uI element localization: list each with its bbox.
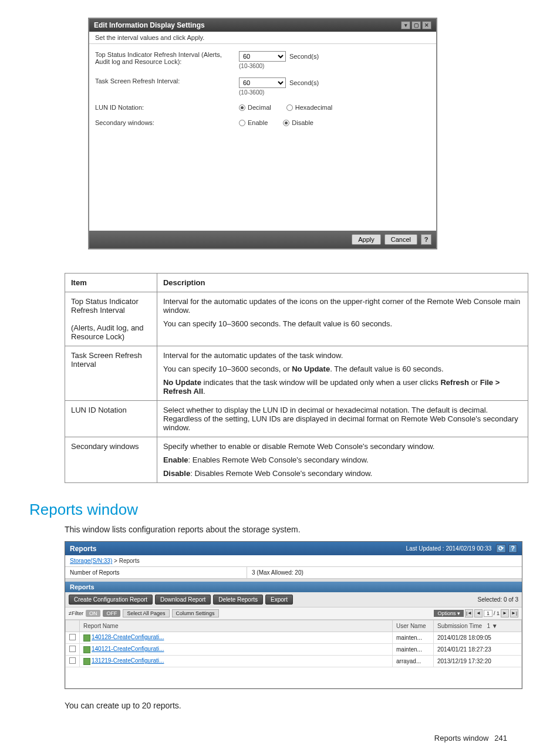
col-user-name[interactable]: User Name	[393, 620, 434, 632]
table-row[interactable]: 140121-CreateConfigurati... mainten... 2…	[66, 644, 522, 656]
settings-description-table: Item Description Top Status Indicator Re…	[65, 273, 528, 483]
report-icon	[83, 634, 90, 642]
help-icon[interactable]: ?	[508, 544, 517, 553]
edit-settings-dialog: Edit Information Display Settings ▾ ▢ ✕ …	[88, 18, 437, 249]
download-report-button[interactable]: Download Report	[155, 595, 211, 605]
cancel-button[interactable]: Cancel	[384, 234, 417, 245]
range-hint: (10-3600)	[239, 89, 319, 96]
table-row[interactable]: 131219-CreateConfigurati... arrayad... 2…	[66, 656, 522, 667]
table-row: Task Screen Refresh Interval Interval fo…	[65, 346, 528, 401]
num-reports-value: 3 (Max Allowed: 20)	[247, 567, 308, 578]
unit-label: Second(s)	[289, 53, 319, 60]
restore-icon[interactable]: ▢	[411, 21, 421, 29]
reports-titlebar: Reports Last Updated : 2014/02/19 00:33 …	[65, 542, 522, 555]
select-all-pages-button[interactable]: Select All Pages	[123, 609, 169, 617]
filter-off-button[interactable]: OFF	[103, 610, 120, 617]
section-heading-reports: Reports window	[29, 501, 531, 519]
delete-reports-button[interactable]: Delete Reports	[213, 595, 263, 605]
create-report-button[interactable]: Create Configuration Report	[69, 595, 153, 605]
page-footer: Reports window 241	[29, 734, 531, 742]
radio-disable[interactable]: Disable	[283, 119, 313, 126]
first-page-icon[interactable]: |◄	[465, 609, 473, 617]
report-link[interactable]: 131219-CreateConfigurati...	[92, 657, 164, 664]
breadcrumb: Storage(S/N:33) > Reports	[65, 555, 522, 567]
dialog-title: Edit Information Display Settings	[94, 21, 205, 29]
report-icon	[83, 646, 90, 653]
top-status-interval-select[interactable]: 60	[239, 51, 286, 62]
reports-tab[interactable]: Reports	[65, 582, 522, 592]
radio-icon	[283, 120, 289, 126]
unit-label: Second(s)	[289, 79, 319, 86]
column-settings-button[interactable]: Column Settings	[172, 609, 219, 617]
reports-toolbar: Create Configuration Report Download Rep…	[65, 592, 522, 607]
reports-note: You can create up to 20 reports.	[65, 701, 531, 710]
filter-on-button[interactable]: ON	[86, 610, 101, 617]
dialog-footer: Apply Cancel ?	[89, 231, 436, 248]
prev-page-icon[interactable]: ◄	[474, 609, 483, 617]
apply-button[interactable]: Apply	[352, 234, 381, 245]
range-hint: (10-3600)	[239, 63, 319, 69]
table-row[interactable]: 140128-CreateConfigurati... mainten... 2…	[66, 632, 522, 644]
page-number: 241	[494, 734, 507, 742]
row-checkbox[interactable]	[69, 657, 76, 664]
pin-icon[interactable]: ▾	[401, 21, 410, 29]
table-row: Secondary windows Specify whether to ena…	[65, 437, 528, 483]
row-checkbox[interactable]	[69, 634, 76, 640]
reports-intro: This window lists configuration reports …	[65, 525, 531, 534]
filter-bar: ≠Filter ON OFF Select All Pages Column S…	[65, 607, 522, 620]
footer-label: Reports window	[434, 734, 489, 742]
label-secondary-windows: Secondary windows:	[95, 119, 233, 126]
help-icon[interactable]: ?	[421, 234, 431, 245]
last-page-icon[interactable]: ►|	[510, 609, 518, 617]
page-input[interactable]: 1	[484, 610, 492, 617]
row-lun-id: LUN ID Notation: Decimal Hexadecimal	[95, 104, 430, 111]
col-report-name[interactable]: Report Name	[80, 620, 393, 632]
col-description: Description	[157, 274, 528, 292]
task-screen-interval-select[interactable]: 60	[239, 77, 286, 88]
radio-icon	[239, 120, 245, 126]
row-secondary-windows: Secondary windows: Enable Disable	[95, 119, 430, 126]
reports-window: Reports Last Updated : 2014/02/19 00:33 …	[65, 541, 522, 689]
num-reports-label: Number of Reports	[65, 567, 247, 578]
dialog-body: Top Status Indicator Refresh Interval (A…	[89, 44, 436, 137]
col-submission-time[interactable]: Submission Time 1 ▼	[434, 620, 522, 632]
report-icon	[83, 658, 90, 665]
selection-count: Selected: 0 of 3	[478, 596, 519, 603]
label-top-status: Top Status Indicator Refresh Interval (A…	[95, 51, 233, 69]
row-top-status: Top Status Indicator Refresh Interval (A…	[95, 51, 430, 69]
row-task-screen: Task Screen Refresh Interval: 60 Second(…	[95, 77, 430, 96]
dialog-titlebar: Edit Information Display Settings ▾ ▢ ✕	[89, 19, 436, 32]
reports-title: Reports	[70, 545, 96, 553]
next-page-icon[interactable]: ►	[501, 609, 509, 617]
reports-table: Report Name User Name Submission Time 1 …	[65, 620, 522, 688]
radio-icon	[286, 104, 293, 111]
row-checkbox[interactable]	[69, 646, 76, 652]
col-checkbox	[66, 620, 80, 632]
report-link[interactable]: 140128-CreateConfigurati...	[92, 634, 164, 640]
options-menu[interactable]: Options ▾	[434, 610, 464, 617]
table-row: Top Status Indicator Refresh Interval (A…	[65, 292, 528, 346]
radio-decimal[interactable]: Decimal	[239, 104, 271, 111]
refresh-icon[interactable]: ⟳	[496, 544, 506, 553]
filter-label: ≠Filter	[69, 610, 83, 616]
export-button[interactable]: Export	[265, 595, 293, 605]
page-total: / 1	[494, 610, 500, 616]
breadcrumb-storage-link[interactable]: Storage(S/N:33)	[70, 558, 112, 564]
label-lun-id: LUN ID Notation:	[95, 104, 233, 111]
dialog-instruction: Set the interval values and click Apply.	[89, 32, 436, 44]
radio-hexadecimal[interactable]: Hexadecimal	[286, 104, 333, 111]
window-buttons: ▾ ▢ ✕	[401, 21, 431, 29]
table-row: LUN ID Notation Select whether to displa…	[65, 401, 528, 437]
report-link[interactable]: 140121-CreateConfigurati...	[92, 646, 164, 652]
reports-summary-row: Number of Reports 3 (Max Allowed: 20)	[65, 567, 522, 579]
label-task-screen: Task Screen Refresh Interval:	[95, 77, 233, 96]
radio-enable[interactable]: Enable	[239, 119, 268, 126]
last-updated: Last Updated : 2014/02/19 00:33	[406, 545, 492, 552]
radio-icon	[239, 104, 245, 111]
close-icon[interactable]: ✕	[422, 21, 431, 29]
col-item: Item	[65, 274, 157, 292]
